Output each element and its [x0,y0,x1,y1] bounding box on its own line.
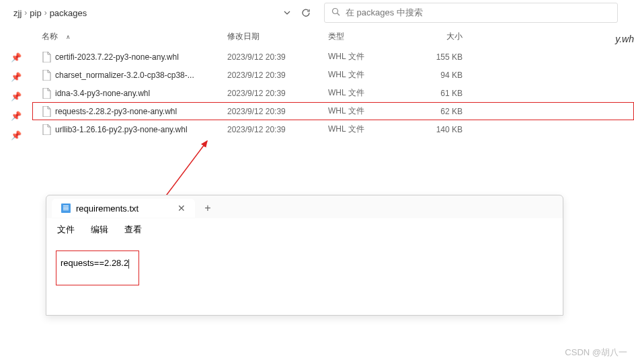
file-size: 61 KB [415,89,483,98]
file-row[interactable]: requests-2.28.2-py3-none-any.whl2023/9/1… [32,102,634,120]
file-date: 2023/9/12 20:39 [227,107,328,116]
file-row[interactable]: idna-3.4-py3-none-any.whl2023/9/12 20:39… [32,84,634,102]
notepad-text: requests==2.28.2 [61,258,128,268]
file-name: requests-2.28.2-py3-none-any.whl [32,106,227,117]
column-headers: 名称 ∧ 修改日期 类型 大小 [32,26,634,48]
notepad-tab-title: requirements.txt [76,203,138,214]
history-dropdown-button[interactable] [280,5,294,20]
column-header-type[interactable]: 类型 [328,31,415,42]
svg-line-1 [338,13,340,16]
notepad-icon [61,203,71,213]
file-name: certifi-2023.7.22-py3-none-any.whl [32,52,227,62]
file-size: 155 KB [415,52,483,62]
search-icon [331,7,340,18]
file-size: 94 KB [415,71,483,80]
chevron-right-icon: › [44,8,47,17]
menu-edit[interactable]: 编辑 [91,224,108,236]
notepad-tab[interactable]: requirements.txt ✕ [52,199,195,218]
nav-buttons [280,5,313,20]
file-date: 2023/9/12 20:39 [227,125,328,134]
pin-icon[interactable]: 📌 [11,91,22,101]
breadcrumb-item[interactable]: pip [30,8,41,18]
breadcrumb-item[interactable]: zjj [13,8,22,18]
column-header-size[interactable]: 大小 [415,31,483,42]
menu-view[interactable]: 查看 [124,224,142,236]
column-header-date[interactable]: 修改日期 [227,31,328,42]
menu-file[interactable]: 文件 [57,224,75,236]
text-cursor [128,259,129,269]
file-type: WHL 文件 [328,105,415,117]
file-list-area: 📌 📌 📌 📌 📌 名称 ∧ 修改日期 类型 大小 certifi-2023.7… [0,26,634,140]
file-name: idna-3.4-py3-none-any.whl [32,88,227,99]
file-size: 140 KB [415,125,483,134]
file-row[interactable]: urllib3-1.26.16-py2.py3-none-any.whl2023… [32,120,634,138]
pin-gutter: 📌 📌 📌 📌 📌 [0,26,32,140]
adjacent-window-sliver: y.wh [615,34,634,44]
file-type: WHL 文件 [328,124,415,135]
file-size: 62 KB [415,107,483,116]
pin-icon[interactable]: 📌 [11,52,22,62]
notepad-window: requirements.txt ✕ + 文件 编辑 查看 requests==… [46,195,563,316]
watermark: CSDN @胡八一 [565,347,627,359]
file-list: 名称 ∧ 修改日期 类型 大小 certifi-2023.7.22-py3-no… [32,26,634,140]
file-date: 2023/9/12 20:39 [227,52,328,62]
search-placeholder: 在 packages 中搜索 [346,7,423,19]
breadcrumb[interactable]: zjj › pip › packages [5,5,274,21]
column-header-name[interactable]: 名称 ∧ [32,31,227,42]
refresh-button[interactable] [299,5,313,20]
file-row[interactable]: certifi-2023.7.22-py3-none-any.whl2023/9… [32,48,634,66]
sort-indicator-icon: ∧ [66,34,71,40]
new-tab-button[interactable]: + [198,198,217,218]
breadcrumb-item[interactable]: packages [50,8,87,18]
notepad-menubar: 文件 编辑 查看 [46,218,563,241]
close-tab-button[interactable]: ✕ [177,203,186,214]
file-name: charset_normalizer-3.2.0-cp38-cp38-... [32,70,227,81]
file-type: WHL 文件 [328,69,415,81]
svg-point-0 [333,9,338,14]
file-row[interactable]: charset_normalizer-3.2.0-cp38-cp38-...20… [32,66,634,84]
notepad-tabstrip: requirements.txt ✕ + [46,195,563,218]
pin-icon[interactable]: 📌 [11,130,22,140]
address-toolbar: zjj › pip › packages 在 packages 中搜索 [0,0,634,26]
pin-icon[interactable]: 📌 [11,72,22,82]
search-input[interactable]: 在 packages 中搜索 [324,3,618,23]
pin-icon[interactable]: 📌 [11,111,22,121]
file-type: WHL 文件 [328,51,415,62]
notepad-content-box: requests==2.28.2 [56,251,139,285]
file-name: urllib3-1.26.16-py2.py3-none-any.whl [32,124,227,135]
file-type: WHL 文件 [328,87,415,99]
notepad-body[interactable]: requests==2.28.2 [46,241,563,315]
file-date: 2023/9/12 20:39 [227,89,328,98]
chevron-right-icon: › [24,8,27,17]
file-date: 2023/9/12 20:39 [227,71,328,80]
